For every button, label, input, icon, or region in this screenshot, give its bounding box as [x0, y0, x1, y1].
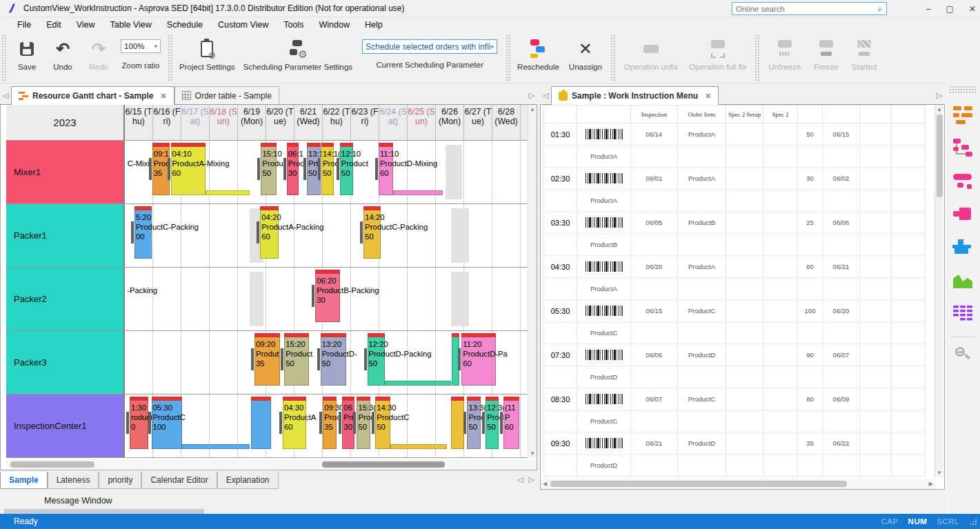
- scroll-right-icon[interactable]: ▶: [929, 481, 933, 487]
- operation-bar[interactable]: 13:3( Prod 50: [467, 397, 481, 449]
- operation-unfix-button[interactable]: Operation unfix: [618, 35, 684, 80]
- reschedule-button[interactable]: Reschedule: [513, 35, 563, 80]
- tab-work-instruction-menu[interactable]: Sample : Work Instruction Menu ✕: [551, 86, 719, 105]
- column-header[interactable]: Spec 2 Setup: [726, 106, 763, 123]
- resource-label[interactable]: Packer2: [6, 268, 125, 330]
- toolbar-drag-handle[interactable]: [949, 86, 977, 94]
- tab-scroll-left-icon[interactable]: ◁: [514, 472, 526, 488]
- view-tab-explanation[interactable]: Explanation: [217, 472, 279, 489]
- resource-label[interactable]: Packer1: [6, 204, 125, 267]
- operation-bar[interactable]: 11:20 ProductD-Pa 60: [461, 333, 496, 386]
- tab-scroll-left-icon[interactable]: ◁: [0, 91, 11, 100]
- operation-bar[interactable]: 1:30 roduct 0: [130, 397, 148, 449]
- column-header[interactable]: [892, 106, 926, 123]
- unfreeze-button[interactable]: Unfreeze: [762, 35, 808, 80]
- close-button[interactable]: ✕: [969, 4, 976, 14]
- operation-bar[interactable]: 5:20 ProductC-Packing 00: [134, 206, 152, 259]
- work-instruction-subrow[interactable]: ProductB: [544, 234, 926, 256]
- work-instruction-subrow[interactable]: ProductC: [544, 410, 926, 432]
- message-window-scroll-thumb[interactable]: [4, 509, 204, 514]
- panel-splitter[interactable]: [537, 87, 540, 503]
- tab-scroll-right-icon[interactable]: ▷: [526, 472, 537, 488]
- operation-bar[interactable]: 13:20 ProductD- 50: [321, 333, 346, 386]
- view-tab-priority[interactable]: priority: [99, 472, 141, 489]
- operation-bar[interactable]: 15:3( Prod 50: [357, 397, 370, 449]
- work-instruction-row[interactable]: 04:3006/20ProductA6006/21: [544, 256, 926, 278]
- operation-bar[interactable]: 09:30 Proc 35: [323, 397, 337, 449]
- operation-bar[interactable]: [251, 397, 271, 449]
- order-gantt-icon[interactable]: [951, 137, 974, 160]
- operation-bar[interactable]: 04:30 ProductA 60: [283, 397, 306, 449]
- table-vertical-scrollbar[interactable]: ▲ ▼: [934, 105, 943, 477]
- maximize-button[interactable]: ▢: [946, 4, 954, 14]
- menu-help[interactable]: Help: [357, 19, 390, 31]
- save-button[interactable]: Save: [9, 35, 45, 80]
- column-header[interactable]: [860, 106, 892, 123]
- scroll-left-icon[interactable]: ◀: [543, 481, 547, 487]
- work-instruction-row[interactable]: 08:3006/07ProductC8006/09: [544, 388, 926, 410]
- online-search-box[interactable]: ⌕: [732, 2, 887, 15]
- work-instruction-subrow[interactable]: ProductD: [544, 366, 926, 388]
- operation-bar[interactable]: 12:20 ProductD-Packing 50: [368, 333, 386, 386]
- work-instruction-subrow[interactable]: ProductD: [544, 455, 926, 477]
- menu-file[interactable]: File: [10, 19, 39, 31]
- operation-bar[interactable]: 12:10 Product 50: [340, 143, 353, 195]
- operation-bar[interactable]: 15:20 Product 50: [284, 333, 309, 386]
- scrollbar-thumb[interactable]: [322, 461, 445, 468]
- scheduling-parameter-settings-button[interactable]: ⚙ Scheduling Parameter Settings: [239, 35, 357, 80]
- resource-label[interactable]: Mixer1: [6, 141, 125, 203]
- work-instruction-subrow[interactable]: ProductC: [544, 322, 926, 344]
- unassign-button[interactable]: ✕ Unassign: [563, 35, 608, 80]
- operation-bar[interactable]: 11:10 ProductD-Mixing 60: [379, 143, 393, 195]
- result-table-icon[interactable]: [951, 302, 974, 326]
- resource-gantt-icon[interactable]: [951, 103, 974, 127]
- operation-bar[interactable]: (11 P 60: [503, 397, 519, 449]
- menu-table-view[interactable]: Table View: [103, 19, 159, 31]
- column-header[interactable]: Order Item: [678, 106, 726, 123]
- menu-edit[interactable]: Edit: [39, 19, 69, 31]
- tab-scroll-right-icon[interactable]: ▷: [934, 91, 945, 100]
- scroll-down-icon[interactable]: ▼: [935, 470, 943, 476]
- freeze-button[interactable]: Freeze: [808, 35, 845, 80]
- operation-bar[interactable]: 06:1 Proc 30: [287, 143, 299, 195]
- scheduling-parameter-combo[interactable]: Schedule selected orders with infii ▾: [362, 39, 497, 54]
- work-instruction-row[interactable]: 03:3006/05ProductB2506/06: [544, 212, 926, 234]
- search-input[interactable]: [732, 5, 874, 13]
- work-instruction-row[interactable]: 07:3006/06ProductD9006/07: [544, 344, 926, 366]
- operation-bar[interactable]: 04:10 ProductA-Mixing 60: [171, 143, 206, 195]
- search-icon[interactable]: ⌕: [874, 3, 886, 14]
- resource-label[interactable]: InspectionCenter1: [6, 395, 125, 457]
- operation-full-fix-button[interactable]: Operation full fix: [684, 35, 752, 80]
- inventory-graph-icon[interactable]: [951, 269, 974, 292]
- operation-bar[interactable]: [451, 397, 464, 449]
- work-instruction-row[interactable]: 02:3006/01ProductA3006/02: [544, 168, 926, 190]
- operation-bar[interactable]: -Packing: [126, 270, 134, 322]
- table-horizontal-scrollbar[interactable]: ◀ ▶: [541, 479, 935, 489]
- scrollbar-thumb[interactable]: [937, 114, 943, 197]
- operation-bar[interactable]: 06:20 ProductB-Packing 30: [315, 270, 340, 322]
- zoom-ratio-combo[interactable]: 100% ▾: [121, 39, 161, 53]
- column-header[interactable]: [823, 106, 860, 123]
- operation-bar[interactable]: 14:20 ProductC-Packing 50: [363, 206, 381, 259]
- scroll-up-icon[interactable]: ▲: [530, 106, 535, 112]
- operation-bar[interactable]: 05:30 ProductC 100: [152, 397, 182, 449]
- tab-scroll-right-icon[interactable]: ▷: [526, 91, 537, 100]
- column-header[interactable]: Spec 2: [763, 106, 798, 123]
- redo-button[interactable]: ↷ Redo: [81, 35, 117, 80]
- resource-load-icon[interactable]: [951, 236, 974, 259]
- operation-bar[interactable]: 14:30 ProductC 50: [375, 397, 390, 449]
- work-instruction-subrow[interactable]: ProductA: [544, 146, 926, 168]
- work-instruction-row[interactable]: 09:3006/21ProductD3506/22: [544, 432, 926, 455]
- column-header[interactable]: [544, 106, 577, 123]
- column-header[interactable]: [577, 106, 631, 123]
- operation-gantt-icon[interactable]: [951, 170, 974, 193]
- started-button[interactable]: Started: [845, 35, 883, 80]
- tab-resource-gantt-chart[interactable]: Resource Gantt chart - Sample ✕: [11, 86, 174, 105]
- work-instruction-row[interactable]: 05:3006/15ProductC10006/20: [544, 300, 926, 322]
- zoom-out-icon[interactable]: [955, 347, 970, 362]
- operation-bar[interactable]: 14:1( Prod 50: [321, 143, 334, 195]
- menu-schedule[interactable]: Schedule: [159, 19, 210, 31]
- undo-button[interactable]: ↶ Undo: [45, 35, 81, 80]
- operation-bar[interactable]: 09:20 Produt 35: [254, 333, 280, 386]
- scroll-up-icon[interactable]: ▲: [935, 106, 943, 112]
